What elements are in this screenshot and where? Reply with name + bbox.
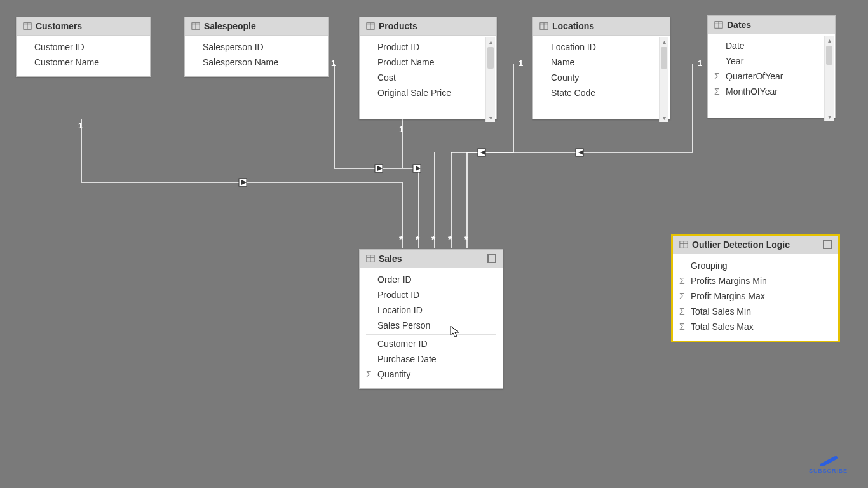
field-list[interactable]: Salesperson ID Salesperson Name <box>185 36 328 76</box>
table-header[interactable]: Locations <box>533 17 670 36</box>
field-row[interactable]: ΣQuantity <box>360 367 503 382</box>
field-row[interactable]: Customer Name <box>17 55 150 70</box>
table-title: Sales <box>379 254 481 264</box>
field-row[interactable]: Grouping <box>673 258 838 273</box>
table-header[interactable]: Products <box>360 17 496 36</box>
field-row[interactable]: ΣQuarterOfYear <box>708 69 835 84</box>
field-row[interactable]: Product ID <box>360 39 496 55</box>
table-title: Outlier Detection Logic <box>692 240 817 250</box>
field-row[interactable]: Sales Person <box>360 318 503 333</box>
field-row[interactable]: Date <box>708 38 835 53</box>
cardinality-many: * <box>448 235 452 245</box>
svg-rect-0 <box>239 179 247 186</box>
field-row[interactable]: Purchase Date <box>360 351 503 367</box>
field-row[interactable]: Salesperson ID <box>185 39 328 55</box>
table-icon <box>366 254 375 263</box>
sigma-icon: Σ <box>366 369 372 379</box>
scroll-up-icon[interactable]: ▴ <box>660 37 668 46</box>
sigma-icon: Σ <box>679 291 685 301</box>
sigma-icon: Σ <box>714 86 720 97</box>
table-locations[interactable]: Locations Location ID Name County State … <box>532 17 670 119</box>
scroll-up-icon[interactable]: ▴ <box>825 36 834 44</box>
table-header[interactable]: Outlier Detection Logic <box>673 236 838 254</box>
table-dates[interactable]: Dates Date Year ΣQuarterOfYear ΣMonthOfY… <box>707 15 836 118</box>
field-list[interactable]: Location ID Name County State Code ▴ ▾ <box>533 36 670 123</box>
table-header[interactable]: Customers <box>17 17 150 36</box>
field-row[interactable]: Name <box>533 55 670 70</box>
scrollbar[interactable]: ▴ ▾ <box>485 37 495 122</box>
cardinality-one: 1 <box>519 58 523 68</box>
svg-marker-3 <box>377 166 383 171</box>
field-row[interactable]: ΣProfits Margins Min <box>673 273 838 288</box>
scroll-up-icon[interactable]: ▴ <box>486 37 495 46</box>
field-row[interactable]: Original Sale Price <box>360 85 496 100</box>
table-header[interactable]: Dates <box>708 16 835 34</box>
table-title: Products <box>379 21 490 31</box>
cardinality-many: * <box>416 235 419 245</box>
table-icon <box>679 240 688 249</box>
cardinality-one: 1 <box>331 58 336 68</box>
field-row[interactable]: Customer ID <box>17 39 150 55</box>
field-row[interactable]: Product ID <box>360 287 503 302</box>
field-row[interactable]: Customer ID <box>360 336 503 351</box>
subscribe-text: SUBSCRIBE <box>809 468 848 474</box>
field-row[interactable]: ΣProfit Margins Max <box>673 288 838 304</box>
table-icon <box>23 22 32 30</box>
field-list[interactable]: Order ID Product ID Location ID Sales Pe… <box>360 268 503 388</box>
svg-marker-5 <box>416 166 421 171</box>
table-title: Salespeople <box>204 21 322 31</box>
table-icon <box>366 22 375 30</box>
field-row[interactable]: Product Name <box>360 55 496 70</box>
table-salespeople[interactable]: Salespeople Salesperson ID Salesperson N… <box>184 17 329 77</box>
cardinality-many: * <box>399 235 403 245</box>
field-list[interactable]: Customer ID Customer Name <box>17 36 150 76</box>
field-row[interactable]: Cost <box>360 70 496 85</box>
table-sales[interactable]: Sales Order ID Product ID Location ID Sa… <box>359 249 503 389</box>
sigma-icon: Σ <box>679 322 685 332</box>
svg-rect-4 <box>413 165 421 172</box>
scroll-down-icon[interactable]: ▾ <box>486 113 495 122</box>
table-customers[interactable]: Customers Customer ID Customer Name <box>16 17 151 77</box>
field-row[interactable]: Location ID <box>360 302 503 318</box>
field-row[interactable]: Salesperson Name <box>185 55 328 70</box>
cardinality-one: 1 <box>698 58 702 68</box>
field-list[interactable]: Grouping ΣProfits Margins Min ΣProfit Ma… <box>673 254 838 341</box>
svg-rect-33 <box>822 456 839 466</box>
field-row[interactable]: County <box>533 70 670 85</box>
subscribe-logo: SUBSCRIBE <box>809 451 848 474</box>
scrollbar[interactable]: ▴ ▾ <box>824 36 834 121</box>
field-row[interactable]: Year <box>708 53 835 69</box>
svg-rect-2 <box>375 165 383 172</box>
field-row[interactable]: ΣTotal Sales Max <box>673 319 838 334</box>
field-list[interactable]: Product ID Product Name Cost Original Sa… <box>360 36 496 123</box>
scroll-down-icon[interactable]: ▾ <box>660 113 668 122</box>
cardinality-one: 1 <box>399 125 403 134</box>
table-header[interactable]: Sales <box>360 250 503 268</box>
scroll-down-icon[interactable]: ▾ <box>825 112 834 121</box>
table-title: Customers <box>36 21 144 31</box>
cardinality-many: * <box>464 235 468 245</box>
table-outlier-detection[interactable]: Outlier Detection Logic Grouping ΣProfit… <box>672 235 839 341</box>
table-icon <box>539 22 548 30</box>
svg-marker-7 <box>480 150 485 155</box>
model-canvas[interactable]: 1 1 1 1 1 * * * * * Customers Customer I… <box>0 0 868 488</box>
table-view-icon <box>487 254 496 263</box>
field-row[interactable]: ΣTotal Sales Min <box>673 304 838 319</box>
table-products[interactable]: Products Product ID Product Name Cost Or… <box>359 17 497 119</box>
scroll-thumb[interactable] <box>826 46 832 65</box>
field-row[interactable]: ΣMonthOfYear <box>708 84 835 99</box>
svg-rect-6 <box>478 149 485 156</box>
table-header[interactable]: Salespeople <box>185 17 328 36</box>
sigma-icon: Σ <box>714 71 720 81</box>
cardinality-one: 1 <box>78 121 83 130</box>
scrollbar[interactable]: ▴ ▾ <box>659 37 668 122</box>
svg-rect-8 <box>576 149 583 156</box>
field-row[interactable]: Order ID <box>360 272 503 287</box>
field-row[interactable]: Location ID <box>533 39 670 55</box>
scroll-thumb[interactable] <box>487 47 494 69</box>
sigma-icon: Σ <box>679 276 685 286</box>
field-row[interactable]: State Code <box>533 85 670 100</box>
scroll-thumb[interactable] <box>661 47 667 69</box>
field-list[interactable]: Date Year ΣQuarterOfYear ΣMonthOfYear ▴ … <box>708 34 835 122</box>
table-icon <box>191 22 200 30</box>
